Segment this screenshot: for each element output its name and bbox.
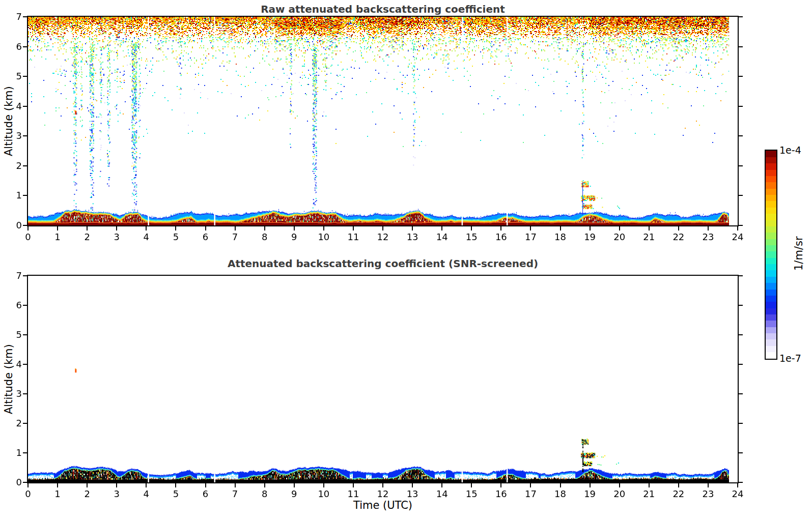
x-tick-label: 0 [18, 232, 38, 242]
x-tick-label: 15 [461, 488, 482, 499]
x-tick [471, 483, 472, 487]
x-tick [116, 483, 117, 487]
x-tick [57, 226, 58, 230]
y-tick [23, 334, 27, 335]
screened-panel-canvas [28, 276, 738, 482]
x-tick-label: 2 [77, 232, 97, 242]
x-tick-label: 20 [609, 232, 630, 242]
y-tick-label: 2 [7, 418, 22, 429]
x-tick [471, 226, 472, 230]
x-tick-label: 1 [47, 232, 68, 242]
y-tick [23, 423, 27, 424]
y-tick-label: 1 [7, 190, 22, 201]
y-tick-right [739, 482, 743, 483]
x-tick [87, 483, 88, 487]
screened-panel-title: Attenuated backscattering coefficient (S… [27, 257, 739, 270]
x-tick [175, 226, 176, 230]
raw-panel-plot-area [27, 16, 739, 226]
x-tick-label: 3 [106, 232, 127, 242]
y-tick-label: 4 [7, 101, 22, 112]
screened-panel-plot-area [27, 275, 739, 483]
x-tick [441, 226, 442, 230]
colorbar-canvas [766, 151, 776, 359]
x-tick-label: 15 [461, 232, 482, 242]
x-tick [323, 483, 324, 487]
colorbar [765, 150, 777, 360]
x-tick [500, 226, 501, 230]
x-tick [57, 483, 58, 487]
x-tick-label: 19 [580, 232, 600, 242]
y-tick-right [739, 225, 743, 226]
x-tick [530, 483, 531, 487]
y-tick-right [739, 106, 743, 107]
x-tick [382, 226, 383, 230]
x-tick-label: 18 [550, 232, 571, 242]
y-tick-label: 0 [7, 477, 22, 488]
x-tick-label: 16 [491, 232, 511, 242]
x-tick [412, 226, 413, 230]
x-tick-label: 22 [668, 232, 689, 242]
x-tick-label: 5 [165, 488, 186, 499]
x-tick-label: 14 [432, 232, 452, 242]
x-tick [382, 483, 383, 487]
x-tick [737, 483, 738, 487]
x-tick [264, 483, 265, 487]
y-tick-label: 7 [7, 11, 22, 22]
x-tick [649, 226, 650, 230]
x-tick-label: 7 [225, 232, 245, 242]
y-tick [23, 16, 27, 17]
y-tick [23, 195, 27, 196]
x-tick [235, 226, 236, 230]
y-tick [23, 452, 27, 453]
x-tick-label: 17 [520, 232, 541, 242]
colorbar-unit-label: 1/m/sr [790, 150, 808, 358]
x-tick-label: 12 [373, 488, 393, 499]
y-tick-label: 2 [7, 160, 22, 171]
y-tick-right [739, 364, 743, 365]
x-tick [294, 483, 295, 487]
x-tick [353, 483, 354, 487]
x-tick [737, 226, 738, 230]
y-tick [23, 393, 27, 394]
y-tick-right [739, 46, 743, 47]
y-tick-right [739, 393, 743, 394]
y-tick-right [739, 76, 743, 77]
y-tick-label: 6 [7, 300, 22, 311]
x-tick-label: 19 [580, 488, 600, 499]
y-tick-right [739, 135, 743, 136]
x-tick-label: 11 [343, 488, 363, 499]
x-tick [441, 483, 442, 487]
x-tick-label: 8 [255, 232, 275, 242]
x-tick-label: 13 [402, 232, 423, 242]
x-tick [205, 483, 206, 487]
y-tick [23, 135, 27, 136]
y-tick [23, 225, 27, 226]
y-tick-right [739, 275, 743, 276]
y-tick [23, 364, 27, 365]
x-tick [678, 226, 679, 230]
y-tick-label: 7 [7, 270, 22, 281]
y-tick-right [739, 16, 743, 17]
y-tick-label: 0 [7, 220, 22, 231]
x-tick [27, 226, 29, 230]
x-tick-label: 24 [727, 488, 748, 499]
x-tick [235, 483, 236, 487]
x-tick-label: 9 [284, 488, 304, 499]
x-tick-label: 20 [609, 488, 630, 499]
x-tick-label: 21 [639, 232, 659, 242]
y-tick-right [739, 195, 743, 196]
x-tick-label: 14 [432, 488, 452, 499]
x-tick [708, 483, 709, 487]
x-tick-label: 21 [639, 488, 659, 499]
x-tick [590, 483, 591, 487]
y-tick-label: 3 [7, 388, 22, 399]
y-tick-right [739, 452, 743, 453]
x-tick [323, 226, 324, 230]
x-tick [264, 226, 265, 230]
x-tick-label: 23 [698, 488, 718, 499]
y-tick [23, 482, 27, 483]
x-tick [590, 226, 591, 230]
x-tick [678, 483, 679, 487]
x-tick-label: 7 [225, 488, 245, 499]
y-tick-label: 4 [7, 359, 22, 370]
